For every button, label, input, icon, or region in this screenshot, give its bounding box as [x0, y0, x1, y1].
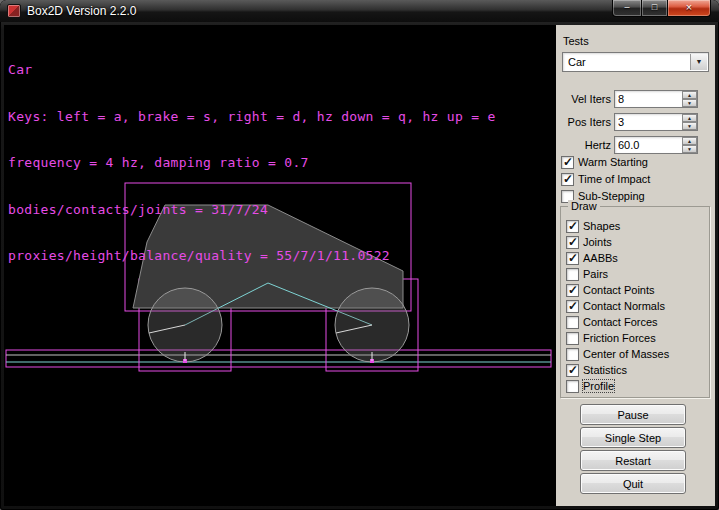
- checkbox-friction-forces[interactable]: Friction Forces: [566, 331, 709, 345]
- single-step-button[interactable]: Single Step: [580, 427, 686, 448]
- checkbox-label: Warm Starting: [578, 156, 648, 168]
- restart-button[interactable]: Restart: [580, 450, 686, 471]
- spinner-up-icon[interactable]: ▲: [682, 114, 697, 122]
- test-title-line: Car: [8, 62, 496, 78]
- checkbox-box[interactable]: [566, 268, 579, 281]
- checkbox-label: AABBs: [583, 252, 618, 264]
- checkbox-time-of-impact[interactable]: Time of Impact: [561, 172, 650, 186]
- hertz-spinner: ▲ ▼: [682, 137, 697, 153]
- window-title: Box2D Version 2.2.0: [27, 4, 136, 18]
- checkbox-box[interactable]: [566, 220, 579, 233]
- vel-iters-label: Vel Iters: [571, 93, 611, 105]
- checkbox-box[interactable]: [566, 284, 579, 297]
- window-controls: – □ ×: [612, 0, 711, 17]
- quit-button[interactable]: Quit: [580, 473, 686, 494]
- checkbox-label: Center of Masses: [583, 348, 669, 360]
- checkbox-warm-starting[interactable]: Warm Starting: [561, 155, 648, 169]
- titlebar[interactable]: Box2D Version 2.2.0 – □ ×: [0, 0, 719, 22]
- checkbox-box[interactable]: [561, 156, 574, 169]
- frequency-line: frequency = 4 hz, damping ratio = 0.7: [8, 155, 496, 171]
- pos-iters-label: Pos Iters: [568, 116, 611, 128]
- checkbox-pairs[interactable]: Pairs: [566, 267, 709, 281]
- maximize-button[interactable]: □: [641, 0, 668, 17]
- tests-dropdown[interactable]: Car ▼: [562, 52, 709, 72]
- hertz-label: Hertz: [585, 139, 611, 151]
- draw-groupbox: Draw Shapes Joints AABBs Pairs Contact P…: [560, 206, 710, 398]
- checkbox-label: Shapes: [583, 220, 620, 232]
- checkbox-box[interactable]: [566, 332, 579, 345]
- vel-iters-spinner: ▲ ▼: [682, 91, 697, 107]
- spinner-down-icon[interactable]: ▼: [682, 145, 697, 153]
- bodies-stats-line: bodies/contacts/joints = 31/7/24: [8, 202, 496, 218]
- spinner-up-icon[interactable]: ▲: [682, 137, 697, 145]
- pos-iters-row: Pos Iters ▲ ▼: [556, 113, 715, 131]
- checkbox-label: Friction Forces: [583, 332, 656, 344]
- checkbox-box[interactable]: [566, 236, 579, 249]
- app-window: Box2D Version 2.2.0 – □ ×: [0, 0, 719, 510]
- checkbox-box[interactable]: [566, 364, 579, 377]
- debug-text: Car Keys: left = a, brake = s, right = d…: [8, 31, 496, 295]
- draw-group-legend: Draw: [568, 200, 600, 212]
- checkbox-box[interactable]: [561, 173, 574, 186]
- vel-iters-row: Vel Iters ▲ ▼: [556, 90, 715, 108]
- keys-help-line: Keys: left = a, brake = s, right = d, hz…: [8, 109, 496, 125]
- checkbox-statistics[interactable]: Statistics: [566, 363, 709, 377]
- checkbox-label: Contact Points: [583, 284, 655, 296]
- ground-aabb: [6, 350, 551, 367]
- pause-button[interactable]: Pause: [580, 404, 686, 425]
- hertz-row: Hertz ▲ ▼: [556, 136, 715, 154]
- spinner-up-icon[interactable]: ▲: [682, 91, 697, 99]
- close-button[interactable]: ×: [668, 0, 711, 17]
- checkbox-box[interactable]: [566, 380, 579, 393]
- control-panel: Tests Car ▼ Vel Iters ▲ ▼ Pos Iters ▲ ▼ …: [556, 25, 715, 506]
- checkbox-shapes[interactable]: Shapes: [566, 219, 709, 233]
- checkbox-center-of-masses[interactable]: Center of Masses: [566, 347, 709, 361]
- checkbox-label: Time of Impact: [578, 173, 650, 185]
- chevron-down-icon[interactable]: ▼: [690, 54, 707, 70]
- simulation-canvas[interactable]: Car Keys: left = a, brake = s, right = d…: [4, 25, 556, 506]
- spinner-down-icon[interactable]: ▼: [682, 122, 697, 130]
- tests-dropdown-value: Car: [568, 56, 586, 68]
- checkbox-label: Pairs: [583, 268, 608, 280]
- app-icon: [7, 4, 21, 18]
- checkbox-contact-points[interactable]: Contact Points: [566, 283, 709, 297]
- tests-label: Tests: [563, 35, 589, 47]
- checkbox-aabbs[interactable]: AABBs: [566, 251, 709, 265]
- checkbox-label: Statistics: [583, 364, 627, 376]
- checkbox-label: Contact Normals: [583, 300, 665, 312]
- checkbox-joints[interactable]: Joints: [566, 235, 709, 249]
- checkbox-profile[interactable]: Profile: [566, 379, 709, 393]
- spinner-down-icon[interactable]: ▼: [682, 99, 697, 107]
- checkbox-box[interactable]: [566, 316, 579, 329]
- checkbox-box[interactable]: [566, 252, 579, 265]
- checkbox-box[interactable]: [566, 300, 579, 313]
- checkbox-box[interactable]: [566, 348, 579, 361]
- minimize-button[interactable]: –: [612, 0, 641, 17]
- pos-iters-spinner: ▲ ▼: [682, 114, 697, 130]
- checkbox-label: Joints: [583, 236, 612, 248]
- checkbox-label: Profile: [583, 380, 614, 392]
- checkbox-label: Contact Forces: [583, 316, 658, 328]
- checkbox-contact-normals[interactable]: Contact Normals: [566, 299, 709, 313]
- checkbox-contact-forces[interactable]: Contact Forces: [566, 315, 709, 329]
- proxies-stats-line: proxies/height/balance/quality = 55/7/1/…: [8, 248, 496, 264]
